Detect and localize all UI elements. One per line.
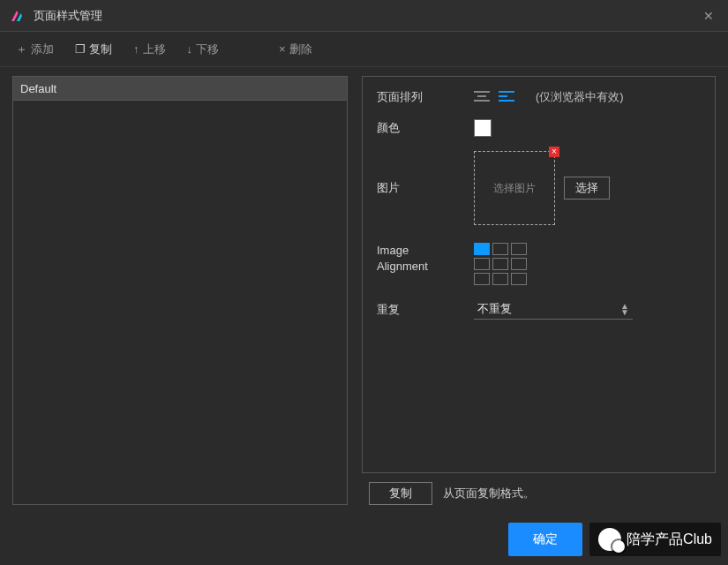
repeat-label: 重复: [377, 302, 474, 318]
color-label: 颜色: [377, 120, 474, 136]
align-left-icon[interactable]: [499, 91, 514, 103]
image-dropzone[interactable]: × 选择图片: [474, 151, 555, 225]
repeat-value: 不重复: [477, 301, 512, 317]
copy-hint: 从页面复制格式。: [443, 486, 535, 501]
align-center-icon[interactable]: [474, 91, 490, 103]
chevron-updown-icon: ▲▼: [620, 303, 629, 315]
ok-button[interactable]: 确定: [508, 523, 582, 556]
color-swatch[interactable]: [474, 119, 492, 137]
choose-image-button[interactable]: 选择: [564, 177, 610, 200]
repeat-select[interactable]: 不重复 ▲▼: [474, 299, 633, 320]
arrow-down-icon: ↓: [187, 42, 193, 56]
delete-button[interactable]: × 删除: [279, 41, 312, 57]
plus-icon: ＋: [16, 41, 27, 57]
image-label: 图片: [377, 180, 474, 196]
style-name: Default: [20, 82, 56, 95]
window-title: 页面样式管理: [34, 8, 698, 24]
image-placeholder: 选择图片: [493, 181, 536, 196]
image-alignment-grid: [474, 243, 527, 285]
align-cell-mid-left[interactable]: [474, 258, 490, 270]
align-cell-bot-left[interactable]: [474, 273, 490, 285]
image-clear-icon[interactable]: ×: [549, 147, 559, 157]
align-cell-top-left[interactable]: [474, 243, 490, 255]
watermark: 陪学产品Club: [589, 523, 721, 556]
duplicate-button[interactable]: ❐ 复制: [75, 41, 112, 57]
align-cell-bot-right[interactable]: [511, 273, 527, 285]
page-alignment-label: 页面排列: [377, 89, 474, 105]
delete-icon: ×: [279, 42, 286, 56]
add-button[interactable]: ＋ 添加: [16, 41, 54, 57]
align-cell-mid-center[interactable]: [492, 258, 508, 270]
align-cell-top-center[interactable]: [492, 243, 508, 255]
app-logo-icon: [9, 8, 25, 24]
duplicate-icon: ❐: [75, 42, 86, 56]
align-cell-top-right[interactable]: [511, 243, 527, 255]
move-up-button[interactable]: ↑ 上移: [133, 41, 166, 57]
page-alignment-hint: (仅浏览器中有效): [536, 89, 624, 105]
close-icon[interactable]: ✕: [698, 5, 719, 26]
align-cell-bot-center[interactable]: [492, 273, 508, 285]
wechat-icon: [598, 528, 621, 551]
watermark-text: 陪学产品Club: [627, 531, 712, 549]
style-list-body[interactable]: [12, 101, 348, 505]
align-cell-mid-right[interactable]: [511, 258, 527, 270]
style-list-item[interactable]: Default: [12, 76, 348, 101]
move-down-button[interactable]: ↓ 下移: [187, 41, 220, 57]
copy-from-page-button[interactable]: 复制: [369, 482, 432, 505]
arrow-up-icon: ↑: [133, 42, 139, 56]
image-alignment-label: Image Alignment: [377, 243, 474, 275]
